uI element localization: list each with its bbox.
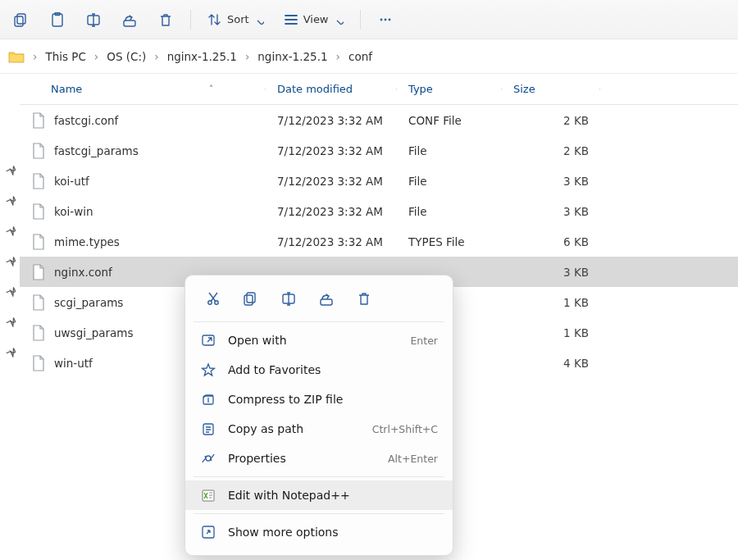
breadcrumb-item[interactable]: OS (C:) — [102, 47, 151, 66]
folder-icon — [8, 48, 25, 65]
table-row[interactable]: koi-utf7/12/2023 3:32 AMFile3 KB — [20, 166, 738, 196]
toolbar: Sort View — [0, 0, 738, 39]
file-size-cell: 2 KB — [502, 144, 600, 157]
breadcrumb-item[interactable]: conf — [344, 47, 377, 66]
file-name-cell: koi-win — [20, 203, 266, 220]
file-date-cell: 7/12/2023 3:32 AM — [266, 235, 397, 248]
context-share-button[interactable] — [310, 285, 343, 312]
column-headers: Name ˄ Date modified Type Size — [20, 74, 738, 105]
table-row[interactable]: fastcgi.conf7/12/2023 3:32 AMCONF File2 … — [20, 105, 738, 135]
context-menu: Open withEnterAdd to FavoritesCompress t… — [184, 275, 453, 556]
pin-slot — [0, 155, 20, 185]
file-icon — [31, 143, 46, 159]
pin-icon — [5, 347, 16, 357]
file-name-cell: fastcgi_params — [20, 143, 266, 159]
new-button[interactable] — [5, 5, 38, 34]
pin-icon — [5, 256, 16, 266]
view-label: View — [303, 13, 329, 25]
share-button[interactable] — [113, 5, 146, 34]
file-size-cell: 4 KB — [502, 357, 600, 370]
context-separator — [194, 321, 444, 322]
context-separator — [194, 476, 444, 477]
breadcrumb: › This PC › OS (C:) › nginx-1.25.1 › ngi… — [0, 39, 738, 74]
context-item-label: Open with — [228, 334, 399, 347]
sort-button[interactable]: Sort — [199, 5, 272, 34]
column-header-type[interactable]: Type — [397, 83, 502, 95]
table-row[interactable]: koi-win7/12/2023 3:32 AMFile3 KB — [20, 196, 738, 226]
chevron-right-icon: › — [335, 50, 342, 63]
more-button[interactable] — [369, 5, 402, 34]
rename-button[interactable] — [77, 5, 110, 34]
chevron-right-icon: › — [31, 50, 39, 63]
context-cut-button[interactable] — [197, 285, 230, 312]
context-item-label: Edit with Notepad++ — [228, 489, 438, 502]
context-item[interactable]: Add to Favorites — [185, 355, 453, 385]
context-item-icon — [200, 333, 216, 348]
file-name: uwsgi_params — [54, 326, 134, 339]
column-header-size[interactable]: Size — [502, 83, 600, 95]
chevron-right-icon: › — [93, 50, 100, 63]
context-item-shortcut: Ctrl+Shift+C — [372, 423, 438, 435]
context-rename-button[interactable] — [272, 285, 305, 312]
breadcrumb-item[interactable]: This PC — [40, 47, 90, 66]
file-name: scgi_params — [54, 296, 123, 309]
context-item-shortcut: Alt+Enter — [388, 453, 438, 465]
sort-indicator-icon: ˄ — [209, 84, 213, 93]
file-icon — [31, 294, 46, 311]
context-item-label: Properties — [228, 452, 376, 465]
context-item-icon — [200, 488, 216, 503]
toolbar-separator — [360, 10, 361, 30]
pin-icon — [5, 195, 16, 206]
context-item[interactable]: Edit with Notepad++ — [185, 480, 453, 510]
file-type-cell: File — [397, 175, 502, 188]
pin-slot — [0, 216, 20, 246]
file-date-cell: 7/12/2023 3:32 AM — [266, 144, 397, 157]
file-size-cell: 3 KB — [502, 175, 600, 188]
sort-label: Sort — [227, 13, 249, 25]
file-type-cell: TYPES File — [397, 235, 502, 248]
file-name: koi-utf — [54, 175, 89, 188]
context-item[interactable]: Open withEnter — [185, 326, 453, 355]
context-item[interactable]: Compress to ZIP file — [185, 385, 453, 414]
chevron-down-icon — [334, 15, 344, 25]
context-delete-button[interactable] — [348, 285, 380, 312]
context-item-icon — [200, 362, 216, 377]
view-button[interactable]: View — [276, 5, 352, 34]
file-name: fastcgi_params — [54, 144, 139, 157]
file-name: win-utf — [54, 357, 93, 370]
file-icon — [31, 325, 46, 341]
breadcrumb-item[interactable]: nginx-1.25.1 — [253, 47, 332, 66]
context-item-label: Compress to ZIP file — [228, 393, 438, 406]
file-size-cell: 2 KB — [502, 114, 600, 127]
context-item[interactable]: PropertiesAlt+Enter — [185, 444, 453, 473]
breadcrumb-item[interactable]: nginx-1.25.1 — [162, 47, 242, 66]
file-date-cell: 7/12/2023 3:32 AM — [266, 114, 397, 127]
table-row[interactable]: fastcgi_params7/12/2023 3:32 AMFile2 KB — [20, 135, 738, 166]
context-item-label: Show more options — [228, 526, 438, 539]
context-copy-button[interactable] — [235, 285, 267, 312]
column-header-date[interactable]: Date modified — [266, 83, 397, 95]
column-header-name[interactable]: Name ˄ — [20, 83, 266, 95]
pin-icon — [5, 225, 16, 236]
file-icon — [31, 112, 46, 129]
context-item[interactable]: Copy as pathCtrl+Shift+C — [185, 414, 453, 444]
file-name-cell: fastcgi.conf — [20, 112, 266, 129]
file-name: mime.types — [54, 235, 120, 248]
pin-slot — [0, 367, 20, 398]
context-item[interactable]: Show more options — [185, 517, 453, 547]
file-date-cell: 7/12/2023 3:32 AM — [266, 205, 397, 218]
file-icon — [31, 173, 46, 189]
paste-button[interactable] — [41, 5, 74, 34]
toolbar-separator — [190, 10, 191, 30]
pin-icon — [5, 165, 16, 175]
file-type-cell: CONF File — [397, 114, 502, 127]
pin-slot — [0, 246, 20, 276]
table-row[interactable]: mime.types7/12/2023 3:32 AMTYPES File6 K… — [20, 226, 738, 257]
file-size-cell: 6 KB — [502, 235, 600, 248]
context-item-icon — [200, 421, 216, 436]
chevron-down-icon — [254, 15, 264, 25]
file-date-cell: 7/12/2023 3:32 AM — [266, 175, 397, 188]
file-name: koi-win — [54, 205, 93, 218]
delete-button[interactable] — [149, 5, 182, 34]
chevron-right-icon: › — [244, 50, 251, 63]
